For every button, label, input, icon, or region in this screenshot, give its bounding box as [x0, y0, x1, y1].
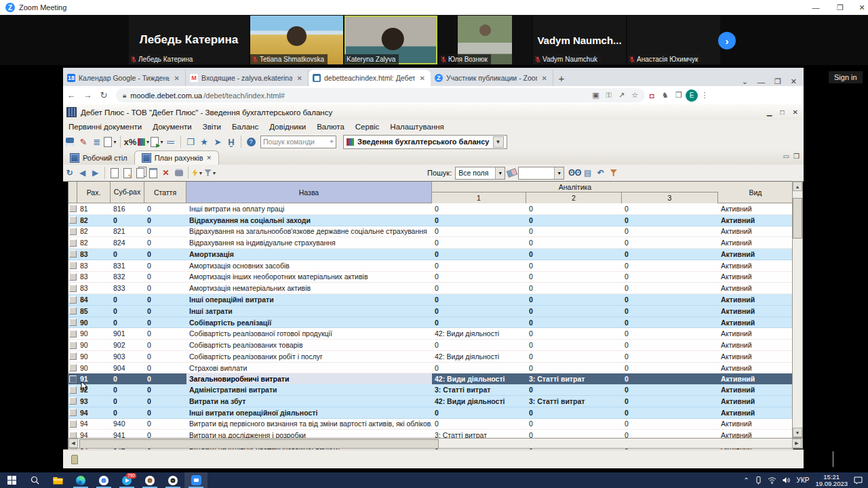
cell-analytics-3[interactable]: 0 [622, 260, 718, 271]
cell-analytics-1[interactable]: 0 [432, 317, 526, 328]
chrome-profile3-button[interactable] [161, 472, 184, 488]
app-close-button[interactable]: ✕ [793, 108, 798, 116]
cell-rah[interactable]: 94 [77, 419, 111, 430]
taskbar-clock[interactable]: 15:21 19.09.2023 [815, 474, 848, 487]
cell-stattya[interactable]: 0 [144, 407, 186, 418]
cell-subrah[interactable]: 831 [111, 260, 144, 271]
cell-vid[interactable]: Активний [718, 215, 793, 226]
cell-analytics-1[interactable]: 0 [432, 272, 526, 283]
cell-analytics-3[interactable]: 0 [622, 249, 718, 260]
back-icon[interactable]: ← [63, 90, 79, 100]
cell-stattya[interactable]: 0 [144, 396, 186, 407]
search-field-select[interactable]: Все поля ▼ [455, 167, 505, 180]
new-tab-button[interactable]: + [553, 70, 570, 86]
copy-record-icon[interactable] [134, 167, 146, 179]
sign-in-label[interactable]: Sign in [829, 71, 863, 83]
header-analytics-2[interactable]: 2 [526, 192, 622, 203]
cell-subrah[interactable]: 821 [111, 226, 144, 237]
row-selector[interactable] [68, 272, 77, 283]
row-selector[interactable] [68, 249, 77, 260]
participant-tile[interactable]: Vadym Naumch... Vadym Naumchuk [533, 16, 626, 64]
table-row[interactable]: 81 816 0 Інші витрати на оплату праці 0 … [68, 203, 793, 215]
profile-avatar[interactable]: E [686, 89, 698, 102]
browser-tab-gmail[interactable]: M Входящие - zalyva.ekaterina@g ✕ [186, 70, 309, 86]
cell-vid[interactable]: Активний [718, 384, 793, 395]
cell-nazva[interactable]: Загальновиробничі витрати [186, 373, 432, 384]
star-icon[interactable]: ★ [197, 136, 211, 148]
table-row[interactable]: 83 831 0 Амортизація основних засобів 0 … [68, 260, 793, 272]
forward-icon[interactable]: → [79, 90, 96, 100]
cell-nazva[interactable]: Відрахування на соціальні заходи [186, 215, 432, 226]
row-selector[interactable] [68, 328, 77, 339]
cell-nazva[interactable]: Інші витрати операційної діяльності [186, 407, 432, 418]
cell-analytics-2[interactable]: 0 [526, 215, 622, 226]
cell-nazva[interactable]: Витрати від первісного визнання та від з… [186, 419, 432, 430]
save-card-icon[interactable]: ▣ [592, 91, 599, 100]
cell-analytics-3[interactable]: 0 [622, 203, 718, 214]
cell-analytics-1[interactable]: 0 [432, 249, 526, 260]
cell-analytics-3[interactable]: 0 [622, 328, 718, 339]
cell-analytics-1[interactable]: 42: Види діяльності [432, 396, 526, 407]
zoom-app-button[interactable] [184, 472, 208, 488]
command-search-input[interactable]: Пошук команди ⌖ [260, 136, 336, 148]
scroll-left-icon[interactable]: ◀ [68, 439, 78, 448]
zoom-maximize-button[interactable]: ❐ [829, 0, 852, 15]
cell-analytics-1[interactable]: 0 [432, 226, 526, 237]
cell-analytics-1[interactable]: 0 [432, 407, 526, 418]
cell-analytics-1[interactable]: 0 [432, 340, 526, 350]
row-selector[interactable] [68, 351, 77, 362]
header-analytics[interactable]: Аналітика [432, 182, 718, 192]
clear-search-icon[interactable] [505, 167, 518, 179]
lock-icon[interactable]: 🔒︎ [123, 92, 126, 100]
cell-stattya[interactable]: 0 [144, 260, 186, 271]
cell-stattya[interactable]: 0 [144, 249, 186, 260]
print-icon[interactable] [172, 167, 185, 179]
cell-analytics-1[interactable]: 0 [432, 260, 526, 271]
table-row[interactable]: 92 0 0 Адміністративні витрати 3: Статті… [68, 384, 793, 396]
cell-analytics-2[interactable]: 0 [526, 283, 622, 293]
cell-rah[interactable]: 83 [77, 260, 111, 271]
new-doc-dropdown-icon[interactable]: ▼ [104, 136, 117, 148]
share-icon[interactable]: ↗ [618, 91, 625, 100]
scroll-up-icon[interactable]: ▲ [793, 182, 802, 191]
cell-analytics-2[interactable]: 0 [526, 363, 622, 373]
cell-analytics-3[interactable]: 0 [622, 317, 718, 328]
cell-analytics-3[interactable]: 0 [622, 340, 718, 350]
cell-analytics-3[interactable]: 0 [622, 237, 718, 248]
cell-subrah[interactable]: 816 [111, 203, 144, 214]
cell-analytics-2[interactable]: 0 [526, 203, 622, 214]
tab-chart-of-accounts[interactable]: План рахунків ✕ [134, 150, 220, 165]
cell-analytics-2[interactable]: 3: Статті витрат [526, 373, 622, 384]
undo-icon[interactable]: ↶ [594, 167, 607, 179]
table-row[interactable]: 90 904 0 Страхові виплати 0 0 0 Активний [68, 363, 793, 374]
window-icon[interactable]: ❒ [184, 136, 197, 148]
cell-analytics-1[interactable]: 0 [432, 203, 526, 214]
cell-analytics-3[interactable]: 0 [622, 351, 718, 362]
cell-nazva[interactable]: Собівартість реалізованих товарів [186, 340, 432, 350]
cell-rah[interactable]: 93 [77, 396, 111, 407]
cell-vid[interactable]: Активний [718, 407, 793, 418]
save-icon[interactable] [63, 136, 77, 148]
cell-stattya[interactable]: 0 [144, 306, 186, 317]
row-selector[interactable] [68, 283, 77, 293]
header-analytics-1[interactable]: 1 [432, 192, 526, 203]
cell-rah[interactable]: 90 [77, 317, 111, 328]
row-selector[interactable] [68, 373, 77, 384]
cell-stattya[interactable]: 0 [144, 340, 186, 350]
row-selector[interactable] [68, 294, 77, 305]
cell-rah[interactable]: 90 [77, 340, 111, 350]
balance-summary-dropdown[interactable]: Зведення бухгалтерського балансу ▼ [343, 135, 507, 149]
cell-analytics-1[interactable]: 42: Види діяльності [432, 351, 526, 362]
minimize-view-icon[interactable]: ▭ [783, 152, 789, 160]
cell-vid[interactable]: Активний [718, 249, 793, 260]
row-selector[interactable] [68, 419, 77, 430]
cell-stattya[interactable]: 0 [144, 351, 186, 362]
start-button[interactable] [0, 472, 23, 488]
export-dropdown-icon[interactable]: ▶▼ [151, 136, 164, 148]
telegram-button[interactable]: 790 [115, 472, 138, 488]
header-stattya[interactable]: Стаття [144, 182, 186, 203]
browser-maximize-button[interactable]: ❐ [774, 77, 781, 86]
status-pin-icon[interactable] [71, 455, 78, 464]
table-row[interactable]: 84 0 0 Інші операційні витрати 0 0 0 Акт… [68, 294, 793, 306]
cell-analytics-1[interactable]: 42: Види діяльності [432, 328, 526, 339]
